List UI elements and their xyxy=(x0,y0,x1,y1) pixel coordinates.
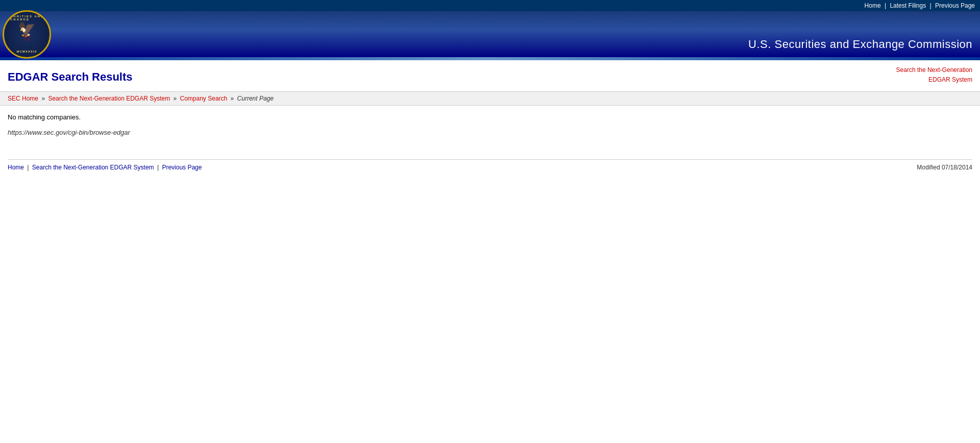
breadcrumb-sep-3: » xyxy=(231,95,236,102)
top-nav-previous-page-link[interactable]: Previous Page xyxy=(935,2,975,9)
sec-logo: SECURITIES AND EXCHANGE 🦅 🛡 MCMXXXIX xyxy=(3,10,51,59)
main-content: No matching companies. https://www.sec.g… xyxy=(0,106,980,154)
footer-sep-2: | xyxy=(157,164,160,171)
content-header: EDGAR Search Results Search the Next-Gen… xyxy=(0,60,980,91)
breadcrumb-next-gen-link[interactable]: Search the Next-Generation EDGAR System xyxy=(48,95,170,102)
next-gen-edgar-link[interactable]: Search the Next-GenerationEDGAR System xyxy=(896,65,972,85)
breadcrumb-current-page: Current Page xyxy=(237,95,274,102)
no-match-message: No matching companies. xyxy=(8,113,972,121)
nav-separator-1: | xyxy=(885,2,886,9)
footer-divider xyxy=(8,159,972,160)
top-nav-bar: Home | Latest Filings | Previous Page xyxy=(0,0,980,11)
footer: Home | Search the Next-Generation EDGAR … xyxy=(0,164,980,176)
breadcrumb-sep-1: » xyxy=(41,95,46,102)
seal-text-top: SECURITIES AND EXCHANGE xyxy=(4,15,50,21)
url-text: https://www.sec.gov/cgi-bin/browse-edgar xyxy=(8,129,972,136)
footer-left-links: Home | Search the Next-Generation EDGAR … xyxy=(8,164,202,171)
footer-sep-1: | xyxy=(27,164,30,171)
breadcrumb-sec-home-link[interactable]: SEC Home xyxy=(8,95,38,102)
footer-modified: Modified 07/18/2014 xyxy=(917,164,972,171)
agency-name: U.S. Securities and Exchange Commission xyxy=(748,38,972,51)
shield-icon: 🛡 xyxy=(23,34,31,42)
breadcrumb-company-search-link[interactable]: Company Search xyxy=(180,95,228,102)
seal-text-bottom: MCMXXXIX xyxy=(16,50,37,53)
top-nav-latest-filings-link[interactable]: Latest Filings xyxy=(890,2,926,9)
nav-separator-2: | xyxy=(929,2,931,9)
top-nav-home-link[interactable]: Home xyxy=(865,2,881,9)
page-title: EDGAR Search Results xyxy=(8,65,133,86)
breadcrumb: SEC Home » Search the Next-Generation ED… xyxy=(0,91,980,106)
footer-home-link[interactable]: Home xyxy=(8,164,24,171)
header-band: SECURITIES AND EXCHANGE 🦅 🛡 MCMXXXIX U.S… xyxy=(0,11,980,57)
footer-next-gen-link[interactable]: Search the Next-Generation EDGAR System xyxy=(32,164,154,171)
breadcrumb-sep-2: » xyxy=(174,95,179,102)
footer-previous-page-link[interactable]: Previous Page xyxy=(162,164,202,171)
